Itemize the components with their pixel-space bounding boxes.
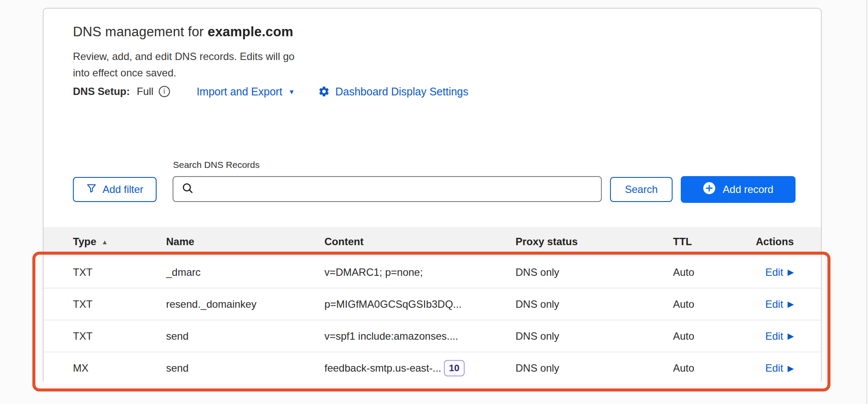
domain-name: example.com	[208, 24, 293, 39]
table-row-dmarc: TXT _dmarc v=DMARC1; p=none; DNS only Au…	[44, 256, 821, 288]
dns-setup-label: DNS Setup:	[73, 85, 130, 98]
cell-type: MX	[73, 362, 166, 374]
table-row-domainkey: TXT resend._domainkey p=MIGfMA0GCSqGSIb3…	[44, 288, 821, 320]
edit-arrow-icon: ▶	[787, 331, 794, 341]
column-header-content[interactable]: Content	[324, 236, 516, 248]
page-subtitle: Review, add, and edit DNS records. Edits…	[73, 48, 302, 81]
search-button[interactable]: Search	[610, 177, 673, 202]
dns-management-card: DNS management for example.com Review, a…	[43, 8, 822, 384]
edit-button[interactable]: Edit▶	[765, 298, 794, 310]
column-header-type[interactable]: Type▲	[73, 236, 166, 248]
column-header-proxy-status[interactable]: Proxy status	[516, 236, 673, 248]
plus-circle-icon	[703, 182, 716, 197]
cell-name: resend._domainkey	[166, 298, 324, 310]
cell-type: TXT	[73, 298, 166, 310]
dashboard-display-settings-link[interactable]: Dashboard Display Settings	[318, 85, 469, 98]
cell-proxy-status: DNS only	[516, 266, 673, 278]
column-header-actions: Actions	[748, 236, 794, 248]
dashboard-display-settings-label: Dashboard Display Settings	[335, 85, 469, 98]
table-body: TXT _dmarc v=DMARC1; p=none; DNS only Au…	[44, 256, 821, 384]
cell-ttl: Auto	[673, 298, 748, 310]
edit-arrow-icon: ▶	[787, 299, 794, 309]
column-header-name[interactable]: Name	[166, 236, 324, 248]
cell-content: p=MIGfMA0GCSqGSIb3DQ...	[324, 298, 516, 310]
cell-name: _dmarc	[166, 266, 324, 278]
page-edge-divider	[866, 0, 867, 404]
cell-name: send	[166, 330, 324, 342]
mx-priority-badge: 10	[444, 360, 465, 376]
edit-button[interactable]: Edit▶	[765, 362, 794, 374]
table-row-send-txt: TXT send v=spf1 include:amazonses.... DN…	[44, 320, 821, 352]
filter-funnel-icon	[86, 183, 97, 196]
cell-name: send	[166, 362, 324, 374]
dns-setup-row: DNS Setup: Full i Import and Export ▼ Da…	[73, 83, 469, 100]
cell-content: v=DMARC1; p=none;	[324, 266, 516, 278]
sort-asc-icon: ▲	[101, 238, 108, 246]
edit-arrow-icon: ▶	[787, 267, 794, 277]
cell-ttl: Auto	[673, 362, 748, 374]
cell-content: feedback-smtp.us-east-...10	[324, 360, 516, 376]
edit-button[interactable]: Edit▶	[765, 266, 794, 278]
import-export-label: Import and Export	[197, 85, 283, 98]
add-filter-button[interactable]: Add filter	[73, 177, 157, 202]
table-header: Type▲ Name Content Proxy status TTL Acti…	[44, 227, 821, 256]
dns-setup-value: Full	[137, 85, 154, 98]
cell-content: v=spf1 include:amazonses....	[324, 330, 516, 342]
table-row-send-mx: MX send feedback-smtp.us-east-...10 DNS …	[44, 352, 821, 384]
add-filter-label: Add filter	[103, 183, 144, 196]
add-record-label: Add record	[723, 183, 773, 196]
column-header-ttl[interactable]: TTL	[673, 236, 748, 248]
info-icon[interactable]: i	[159, 86, 170, 97]
cell-type: TXT	[73, 330, 166, 342]
cell-ttl: Auto	[673, 330, 748, 342]
page-title-prefix: DNS management for	[73, 24, 208, 39]
cell-proxy-status: DNS only	[516, 298, 673, 310]
search-input[interactable]	[199, 177, 601, 201]
cell-proxy-status: DNS only	[516, 330, 673, 342]
edit-button[interactable]: Edit▶	[765, 330, 794, 342]
search-input-container	[173, 176, 602, 202]
cell-ttl: Auto	[673, 266, 748, 278]
chevron-down-icon: ▼	[288, 88, 295, 95]
edit-arrow-icon: ▶	[787, 363, 794, 373]
cell-proxy-status: DNS only	[516, 362, 673, 374]
add-record-button[interactable]: Add record	[681, 176, 796, 203]
cell-type: TXT	[73, 266, 166, 278]
gear-icon	[318, 85, 330, 98]
search-dns-records-label: Search DNS Records	[173, 160, 260, 170]
toolbar: Add filter Search Add record	[44, 176, 821, 204]
page-title: DNS management for example.com	[73, 24, 293, 40]
search-icon	[181, 182, 194, 196]
import-export-link[interactable]: Import and Export ▼	[197, 85, 295, 98]
